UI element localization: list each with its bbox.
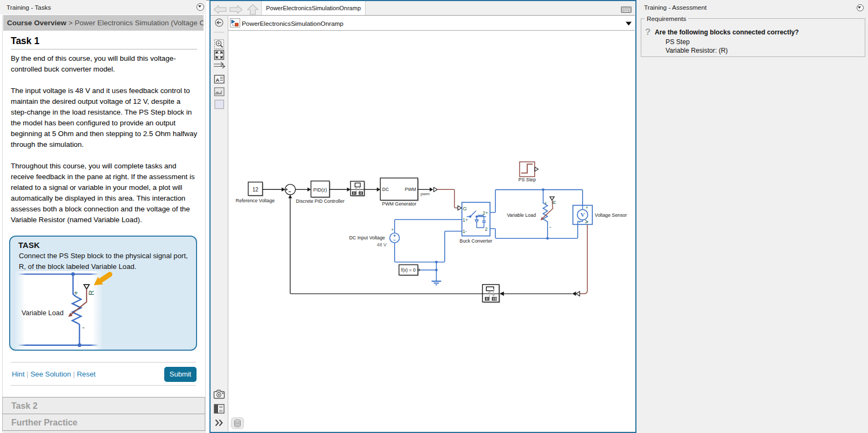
svg-text:V: V	[580, 211, 585, 218]
svg-text:DC: DC	[382, 187, 389, 192]
svg-text:PS Step: PS Step	[519, 177, 536, 182]
svg-text:>: >	[585, 219, 589, 225]
svg-text:Variable Load: Variable Load	[22, 309, 64, 317]
svg-text:1-: 1-	[463, 229, 467, 234]
svg-text:Discrete PID Controller: Discrete PID Controller	[296, 198, 345, 204]
svg-text:+: +	[585, 205, 588, 210]
svg-text:1+: 1+	[463, 217, 468, 223]
svg-text:pwm: pwm	[421, 191, 430, 196]
svg-text:f(x) = 0: f(x) = 0	[401, 267, 416, 273]
svg-text:+: +	[391, 227, 394, 232]
svg-text:PWM: PWM	[405, 187, 416, 192]
svg-text:+: +	[74, 289, 78, 297]
svg-text:Reference Voltage: Reference Voltage	[236, 198, 275, 203]
svg-text:PID(z): PID(z)	[313, 187, 327, 193]
svg-text:R: R	[87, 290, 95, 295]
svg-text:Buck Converter: Buck Converter	[460, 238, 493, 244]
svg-text:48 V: 48 V	[377, 242, 387, 247]
svg-text:12: 12	[253, 187, 259, 193]
svg-text:Voltage Sensor: Voltage Sensor	[595, 212, 627, 218]
svg-text:Variable Load: Variable Load	[507, 212, 536, 218]
svg-text:PWM Generator: PWM Generator	[382, 201, 417, 207]
svg-text:G: G	[463, 205, 467, 211]
svg-text:A: A	[216, 77, 220, 83]
svg-text:DC Input Voltage: DC Input Voltage	[349, 235, 385, 240]
svg-text:2: 2	[485, 226, 487, 232]
svg-text:+: +	[544, 201, 547, 206]
svg-text:2+: 2+	[482, 210, 488, 216]
